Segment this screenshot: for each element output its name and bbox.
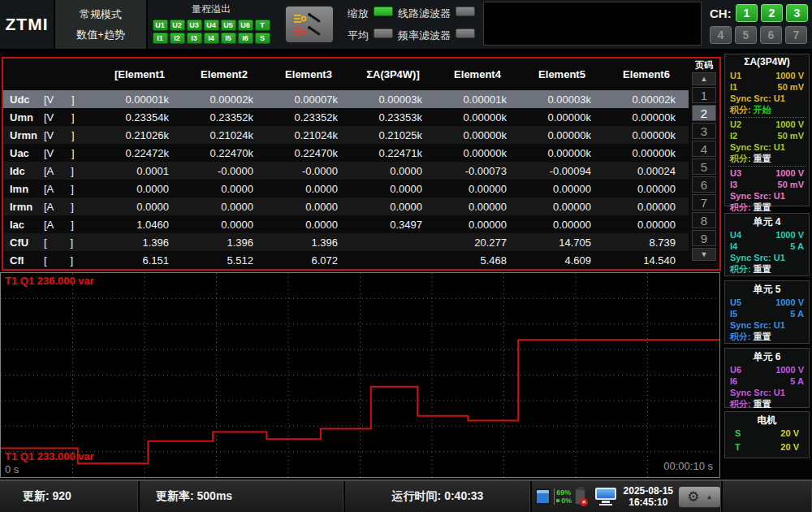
page-up-button[interactable]: ▲ [692,72,716,85]
cell-cfi-0: 6.151 [97,254,182,267]
overflow-badge-i4: I4 [204,33,219,44]
cell-uac-0: 0.22472k [97,147,182,159]
channel-button-6[interactable]: 6 [760,26,782,44]
cell-idc-5: -0.00094 [520,165,604,177]
time-text: 16:45:10 [628,497,667,508]
range-line: I250 mV [728,130,806,141]
sidebar-block-0: ΣA(3P4W)U11000 VI150 mVSync Src: U1积分:开始… [724,54,810,206]
integration-label: 积分: [730,104,751,115]
motor-label: T [735,440,741,454]
trend-chart: T1 Q1 236.000 var T1 Q1 233.000 var 0 s … [0,272,720,478]
page-down-button[interactable]: ▼ [692,248,716,261]
cell-udc-5: 0.00003k [520,93,604,106]
range-label: I2 [730,130,737,141]
integration-label: 积分: [730,398,751,410]
wiring-settings-button[interactable] [284,5,335,44]
storage-percentages: 69% 0% [554,488,572,505]
cell-urmn-5: 0.00000k [520,129,604,141]
channel-button-7[interactable]: 7 [785,26,807,44]
zoom-toggle-led[interactable] [374,7,393,16]
zoom-toggle-label: 缩放 [348,7,369,21]
settings-button[interactable]: ⚙ ▲ [678,486,721,508]
integration-status: 积分:开始 [728,104,806,115]
table-row-idc[interactable]: Idc[A ]0.0001-0.0000-0.00000.0000-0.0007… [3,162,689,180]
page-button-3[interactable]: 3 [692,123,716,139]
table-row-iac[interactable]: Iac[A ]1.04600.00000.00000.34970.000000.… [3,215,689,233]
table-row-cfi[interactable]: CfI[ ]6.1515.5126.0725.4684.60914.540 [3,251,689,269]
cursor-value-bottom: T1 Q1 233.000 var [5,450,94,462]
sidebar-block-title: 电机 [728,414,806,427]
cell-imn-2: 0.0000 [266,183,351,195]
page-button-8[interactable]: 8 [692,212,716,228]
range-value: 50 mV [778,81,804,93]
overflow-badge-i5: I5 [221,33,236,44]
page-button-9[interactable]: 9 [692,230,716,246]
cell-cfu-0: 1.396 [97,236,182,249]
page-button-5[interactable]: 5 [692,158,716,175]
cell-urmn-3: 0.21025k [351,129,435,141]
range-value: 50 mV [778,130,804,141]
range-value: 1000 V [775,297,804,308]
average-toggle-led[interactable] [374,28,393,38]
freq-filter-led[interactable] [456,28,475,38]
channel-button-1[interactable]: 1 [736,4,758,22]
channel-button-2[interactable]: 2 [761,4,783,22]
column-header-6: Element6 [604,68,689,80]
cell-idc-0: 0.0001 [97,165,182,177]
chevron-up-icon: ▲ [706,493,712,501]
page-button-7[interactable]: 7 [692,194,716,210]
column-header-2: Element3 [266,68,351,80]
mode-button[interactable]: 常规模式 数值+趋势 [54,0,148,49]
sync-source: Sync Src: U1 [728,141,806,153]
cell-cfi-4: 5.468 [435,254,520,267]
usb-icon: × [575,488,585,505]
range-line: U21000 V [728,119,806,130]
column-header-5: Element5 [520,68,604,80]
channel-button-5[interactable]: 5 [735,26,757,44]
range-line: I45 A [728,241,806,252]
column-header-1: Element2 [182,68,266,80]
cell-idc-4: -0.00073 [435,165,520,177]
row-unit: [A ] [44,201,97,213]
sync-source: Sync Src: U1 [728,319,806,331]
page-button-6[interactable]: 6 [692,176,716,193]
table-row-uac[interactable]: Uac[V ]0.22472k0.22470k0.22470k0.22471k0… [3,144,689,162]
page-button-4[interactable]: 4 [692,141,716,157]
range-value: 1000 V [775,229,804,241]
table-row-udc[interactable]: Udc[V ]0.00001k0.00002k0.00007k0.00003k0… [3,90,689,108]
table-row-umn[interactable]: Umn[V ]0.23354k0.23352k0.23352k0.23353k0… [3,108,689,126]
status-bar: 更新: 920 更新率: 500ms 运行时间: 0:40:33 69% 0% … [0,479,812,512]
row-unit: [ ] [44,254,97,267]
overflow-badge-u4: U4 [204,20,219,31]
range-line: U51000 V [728,297,806,308]
cell-imn-3: 0.0000 [351,183,435,195]
cell-idc-1: -0.0000 [182,165,266,177]
overflow-badge-u5: U5 [221,20,236,31]
mode-line2: 数值+趋势 [76,28,125,42]
table-row-irmn[interactable]: Irmn[A ]0.00000.00000.00000.00000.000000… [3,197,689,215]
integration-label: 积分: [730,202,751,213]
page-button-2[interactable]: 2 [692,105,716,121]
page-selector: 页码 ▲ 123456789 ▼ [689,59,719,269]
overflow-badge-i2: I2 [170,33,185,44]
channel-button-3[interactable]: 3 [786,4,808,22]
range-value: 1000 V [775,119,804,130]
column-header-4: Element4 [435,68,520,80]
line-filter-led[interactable] [456,7,475,16]
table-row-imn[interactable]: Imn[A ]0.00000.00000.00000.00000.000000.… [3,180,689,197]
range-label: I5 [730,308,737,319]
page-button-1[interactable]: 1 [692,87,716,103]
cell-cfi-1: 5.512 [182,254,266,267]
range-overflow-title: 量程溢出 [192,2,231,16]
table-row-urmn[interactable]: Urmn[V ]0.21026k0.21024k0.21024k0.21025k… [3,126,689,144]
table-row-cfu[interactable]: CfU[ ]1.3961.3961.39620.27714.7058.739 [3,233,689,251]
sidebar-block-title: 单元 5 [728,283,806,296]
range-line: U11000 V [728,70,806,81]
integration-value: 重置 [754,263,771,275]
channel-button-4[interactable]: 4 [710,26,732,44]
cell-idc-6: 0.00024 [604,165,689,177]
green-dot-icon [556,499,559,502]
motor-line: T20 V [728,440,806,454]
cell-urmn-2: 0.21024k [266,129,351,141]
cell-cfu-2: 1.396 [266,236,351,249]
